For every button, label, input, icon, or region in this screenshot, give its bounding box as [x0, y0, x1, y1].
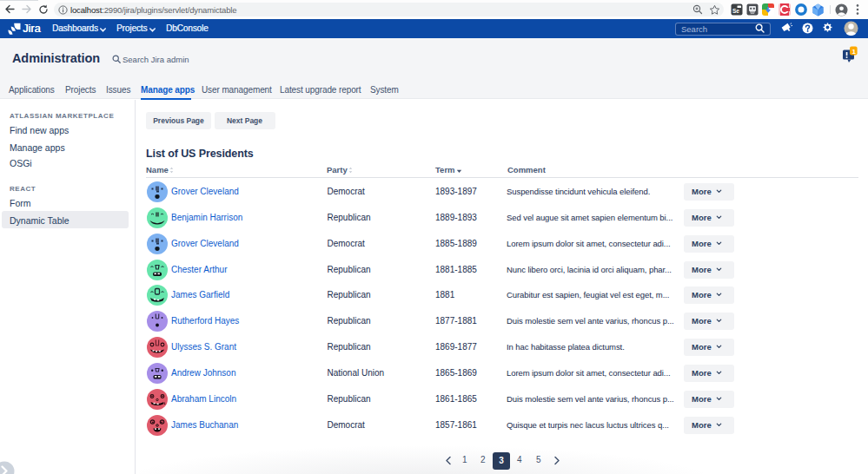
svg-text:Se: Se	[732, 8, 739, 14]
svg-text:1: 1	[851, 48, 856, 56]
